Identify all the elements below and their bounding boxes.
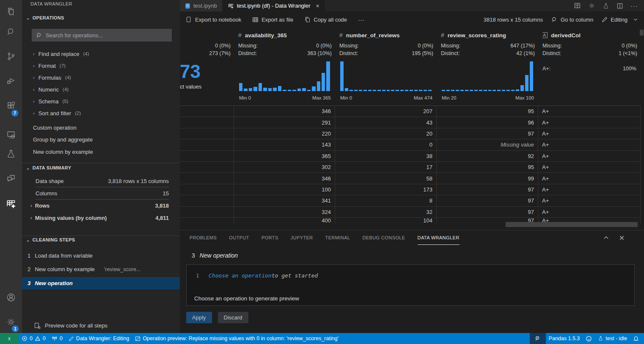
table-cell[interactable] xyxy=(180,207,234,217)
kernel-status[interactable]: test - idle xyxy=(595,333,630,344)
operation-preview-status[interactable]: Operation preview: Replace missing value… xyxy=(132,333,341,344)
close-panel-icon[interactable] xyxy=(619,235,625,241)
code-preview-editor[interactable]: 1 Choose an operation to get started Cho… xyxy=(186,264,635,306)
wrangler-mode-status[interactable]: Data Wrangler: Editing xyxy=(66,333,132,344)
operation-group-numeric[interactable]: ›Numeric(4) xyxy=(33,83,176,95)
explorer-icon[interactable] xyxy=(0,1,22,22)
more-actions-icon[interactable]: ··· xyxy=(630,2,638,9)
summary-row-rows[interactable]: ›Rows3,818 xyxy=(30,200,169,211)
source-control-icon[interactable] xyxy=(0,46,22,67)
table-cell[interactable]: A+ xyxy=(538,139,641,150)
tab-data-wrangler[interactable]: test.ipynb (df) - Data Wrangler × xyxy=(223,0,325,11)
open-book-icon[interactable] xyxy=(574,2,581,9)
table-cell[interactable]: A+ xyxy=(538,106,641,117)
table-cell[interactable]: 97 xyxy=(437,195,538,206)
operation-item-new-column-by-example[interactable]: New column by example xyxy=(33,146,176,158)
table-cell[interactable]: 43 xyxy=(335,117,437,128)
beaker-icon[interactable] xyxy=(603,3,609,9)
editing-mode-toggle[interactable]: Editing xyxy=(602,17,638,23)
column-name[interactable]: #review_scores_rating xyxy=(441,30,536,40)
preview-code-all-steps-button[interactable]: Preview code for all steps xyxy=(34,320,107,331)
panel-tab-output[interactable]: OUTPUT xyxy=(229,230,249,245)
panel-tab-terminal[interactable]: TERMINAL xyxy=(325,230,350,245)
apply-button[interactable]: Apply xyxy=(186,312,212,323)
operation-group-find-and-replace[interactable]: ›Find and replace(4) xyxy=(33,48,176,60)
table-cell[interactable]: 20 xyxy=(335,128,437,139)
vertical-scrollbar[interactable] xyxy=(640,30,644,36)
table-cell[interactable]: 95 xyxy=(437,162,538,172)
table-cell[interactable]: A+ xyxy=(538,151,641,161)
table-cell[interactable] xyxy=(180,173,234,183)
discard-button[interactable]: Discard xyxy=(218,312,248,323)
table-cell[interactable]: 97 xyxy=(437,128,538,139)
table-cell[interactable]: 104 xyxy=(335,218,437,224)
table-cell[interactable]: 207 xyxy=(335,106,437,117)
column-header-number_of_reviews[interactable]: #number_of_reviewsMissing:0 (0%)Distinct… xyxy=(335,28,437,105)
table-cell[interactable]: 143 xyxy=(234,139,335,150)
table-cell[interactable]: 346 xyxy=(234,106,335,117)
tab-test-ipynb[interactable]: test.ipynb xyxy=(180,0,223,11)
column-header-clipped[interactable]: 0 (0%)273 (7%)73ct values xyxy=(180,28,234,105)
operation-group-format[interactable]: ›Format(7) xyxy=(33,60,176,72)
remote-explorer-icon[interactable] xyxy=(0,125,22,145)
table-cell[interactable] xyxy=(180,151,234,161)
table-cell[interactable]: 220 xyxy=(234,128,335,139)
extensions-icon[interactable]: 7 xyxy=(0,96,22,116)
column-header-availability_365[interactable]: #availability_365Missing:0 (0%)Distinct:… xyxy=(234,28,335,105)
ports-status[interactable]: 0 xyxy=(49,333,66,344)
column-name[interactable]: #number_of_reviews xyxy=(339,30,434,40)
table-cell[interactable]: 100 xyxy=(234,184,335,195)
table-cell[interactable]: 0 xyxy=(335,139,437,150)
feedback-smiley[interactable] xyxy=(583,333,595,344)
table-cell[interactable] xyxy=(180,218,234,224)
cleaning-step-2[interactable]: 2New column by example'review_score... xyxy=(22,264,180,275)
table-cell[interactable] xyxy=(180,184,234,195)
zoom-status[interactable] xyxy=(530,333,546,344)
table-cell[interactable]: 173 xyxy=(335,184,437,195)
table-cell[interactable]: 97 xyxy=(437,184,538,195)
data-summary-section-header[interactable]: ⌄ DATA SUMMARY xyxy=(26,165,71,170)
table-cell[interactable] xyxy=(180,195,234,206)
column-name[interactable]: #availability_365 xyxy=(238,30,333,40)
operation-item-custom-operation[interactable]: Custom operation xyxy=(33,122,176,133)
table-cell[interactable]: A+ xyxy=(538,173,641,183)
table-cell[interactable]: 92 xyxy=(437,151,538,161)
table-cell[interactable] xyxy=(180,162,234,172)
table-cell[interactable]: 291 xyxy=(234,117,335,128)
export-to-notebook-button[interactable]: Export to notebook xyxy=(186,16,241,23)
split-editor-icon[interactable] xyxy=(616,3,623,9)
comments-icon[interactable] xyxy=(0,168,22,188)
table-cell[interactable]: 302 xyxy=(234,162,335,172)
column-header-review_scores_rating[interactable]: #review_scores_ratingMissing:647 (17%)Di… xyxy=(437,28,538,105)
operation-item-group-by-and-aggregate[interactable]: Group by and aggregate xyxy=(33,134,176,146)
problems-status[interactable]: 0 0 xyxy=(19,333,49,344)
operation-group-schema[interactable]: ›Schema(5) xyxy=(33,95,176,107)
table-cell[interactable]: 365 xyxy=(234,151,335,161)
column-name[interactable]: AderivedCol xyxy=(542,30,638,40)
panel-tab-jupyter[interactable]: JUPYTER xyxy=(291,230,313,245)
table-cell[interactable]: Missing value xyxy=(437,139,538,150)
table-cell[interactable]: A+ xyxy=(538,162,641,172)
operations-search-input[interactable]: Search for operations... xyxy=(32,29,172,42)
table-cell[interactable]: 17 xyxy=(335,162,437,172)
notifications-bell[interactable] xyxy=(630,333,644,344)
search-icon[interactable] xyxy=(0,22,22,42)
close-icon[interactable]: × xyxy=(316,3,319,9)
table-cell[interactable]: 96 xyxy=(437,117,538,128)
code-token-link[interactable]: Choose an operation xyxy=(209,272,272,279)
table-cell[interactable]: 346 xyxy=(234,173,335,183)
panel-tab-debug-console[interactable]: DEBUG CONSOLE xyxy=(362,230,405,245)
panel-tab-ports[interactable]: PORTS xyxy=(261,230,278,245)
table-cell[interactable]: 341 xyxy=(234,195,335,206)
cleaning-step-1[interactable]: 1Load data from variable xyxy=(22,250,180,261)
cleaning-steps-section-header[interactable]: ⌄ CLEANING STEPS xyxy=(26,237,75,242)
testing-icon[interactable] xyxy=(0,144,22,164)
chevron-up-icon[interactable] xyxy=(603,235,609,241)
table-cell[interactable]: A+ xyxy=(538,207,641,217)
toolbar-more-icon[interactable]: ··· xyxy=(358,16,364,23)
pandas-version-status[interactable]: Pandas 1.5.3 xyxy=(546,333,583,344)
go-to-column-button[interactable]: Go to column xyxy=(551,17,593,23)
table-cell[interactable]: 400 xyxy=(234,218,335,224)
table-cell[interactable] xyxy=(180,128,234,139)
summary-row-missing-values-by-column-[interactable]: ›Missing values (by column)4,811 xyxy=(30,212,169,224)
